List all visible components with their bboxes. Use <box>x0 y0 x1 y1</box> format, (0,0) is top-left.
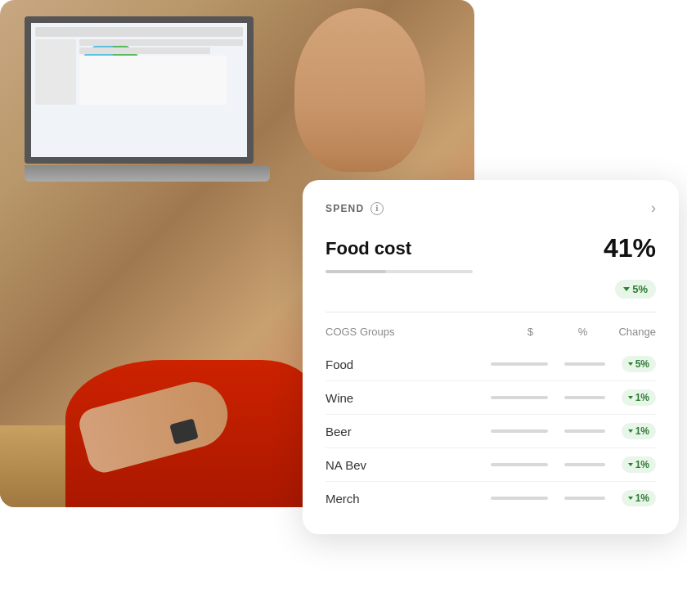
cogs-dollar-bar <box>491 362 548 366</box>
head <box>294 8 425 172</box>
food-cost-progress-bar <box>326 270 473 273</box>
cogs-change-badge: 1% <box>622 389 656 406</box>
chevron-right-icon[interactable]: › <box>651 200 656 217</box>
card-header-left: SPEND ℹ <box>326 202 384 215</box>
cogs-label: COGS Groups <box>326 326 395 338</box>
cogs-row-values: 1% <box>491 490 656 506</box>
cogs-row-values: 1% <box>491 456 656 473</box>
food-cost-section: Food cost 41% 5% <box>326 233 656 299</box>
cogs-row: NA Bev 1% <box>326 448 656 482</box>
down-arrow-icon <box>628 362 633 366</box>
cogs-row-name: Wine <box>326 391 391 405</box>
cogs-change-value: 1% <box>635 492 649 504</box>
cogs-row-values: 1% <box>491 423 656 439</box>
cogs-row-values: 1% <box>491 389 656 406</box>
cogs-percent-bar <box>564 429 605 433</box>
down-arrow-icon <box>628 429 633 433</box>
cogs-percent-bar <box>564 497 605 500</box>
laptop <box>25 16 286 196</box>
cogs-row: Merch 1% <box>326 482 656 515</box>
col-header-percent: % <box>566 326 599 338</box>
cogs-row-name: Food <box>326 357 391 371</box>
cogs-row: Wine 1% <box>326 381 656 415</box>
cogs-change-badge: 1% <box>622 456 656 473</box>
col-header-dollar: $ <box>514 326 546 338</box>
cogs-row-name: Merch <box>326 492 391 506</box>
section-divider <box>326 312 656 312</box>
cogs-dollar-bar <box>491 463 548 466</box>
cogs-rows: Food 5% Wine 1% Beer 1% <box>326 348 656 515</box>
cogs-change-badge: 5% <box>622 356 656 372</box>
cogs-percent-bar <box>564 362 605 366</box>
cogs-change-value: 5% <box>635 358 649 370</box>
cogs-change-value: 1% <box>635 459 649 470</box>
cogs-row-values: 5% <box>491 356 656 372</box>
cogs-dollar-bar <box>491 429 548 433</box>
cogs-change-value: 1% <box>635 392 649 403</box>
cogs-change-value: 1% <box>635 425 649 437</box>
card-header: SPEND ℹ › <box>326 200 656 217</box>
food-cost-change-value: 5% <box>632 283 648 295</box>
down-arrow-icon <box>623 287 630 291</box>
cogs-row-name: NA Bev <box>326 458 391 472</box>
food-cost-change-badge: 5% <box>615 280 656 299</box>
food-cost-progress-fill <box>326 270 386 273</box>
down-arrow-icon <box>628 463 633 466</box>
laptop-keyboard <box>25 165 270 182</box>
cogs-row-name: Beer <box>326 425 391 438</box>
cogs-percent-bar <box>564 463 605 466</box>
cogs-dollar-bar <box>491 497 548 500</box>
spend-card: SPEND ℹ › Food cost 41% 5% COGS Groups $… <box>303 180 679 534</box>
down-arrow-icon <box>628 396 633 399</box>
food-cost-row: Food cost 41% <box>326 233 656 263</box>
down-arrow-icon <box>628 497 633 500</box>
cogs-change-badge: 1% <box>622 490 656 506</box>
cogs-dollar-bar <box>491 396 548 399</box>
col-header-change: Change <box>618 326 656 338</box>
info-icon[interactable]: ℹ <box>370 202 384 215</box>
cogs-change-badge: 1% <box>622 423 656 439</box>
cogs-row: Food 5% <box>326 348 656 381</box>
spend-label: SPEND <box>326 203 364 214</box>
cogs-header: COGS Groups $ % Change <box>326 326 656 338</box>
cogs-col-headers: $ % Change <box>514 326 656 338</box>
cogs-percent-bar <box>564 396 605 399</box>
food-cost-title: Food cost <box>326 238 411 259</box>
laptop-screen <box>25 16 254 164</box>
cogs-row: Beer 1% <box>326 415 656 448</box>
food-cost-percent: 41% <box>604 233 656 263</box>
